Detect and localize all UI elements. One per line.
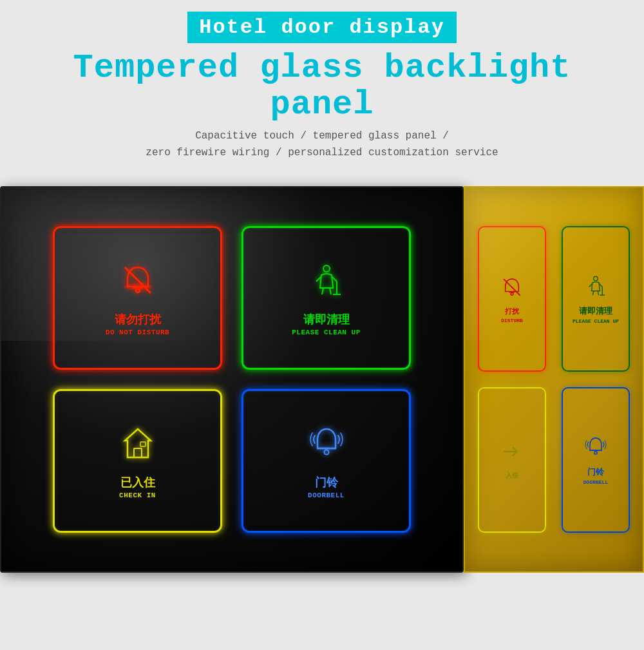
svg-point-27	[594, 452, 598, 455]
gold-dnd-chinese: 打扰	[505, 307, 519, 316]
svg-rect-12	[140, 442, 146, 446]
checkin-english: CHECK IN	[119, 492, 156, 499]
svg-point-4	[323, 265, 330, 272]
black-panel-grid: 请勿打扰 DO NOT DISTURB	[1, 187, 462, 571]
svg-point-14	[324, 450, 328, 454]
gold-clean-english: PLEASE CLEAN UP	[573, 318, 619, 324]
gold-dnd-icon	[500, 276, 524, 304]
gold-panel: 打扰 DISTURB 请即清理	[464, 186, 644, 573]
title-badge: Hotel door display	[187, 12, 457, 43]
gold-checkin-chinese: 入住	[506, 471, 518, 480]
checkin-chinese: 已入住	[120, 475, 155, 490]
dnd-button[interactable]: 请勿打扰 DO NOT DISTURB	[53, 226, 222, 370]
gold-checkin-icon	[500, 440, 524, 468]
svg-point-2	[136, 289, 140, 292]
svg-rect-11	[134, 448, 142, 457]
checkin-button[interactable]: 已入住 CHECK IN	[53, 389, 222, 533]
svg-line-24	[598, 291, 598, 295]
dnd-chinese: 请勿打扰	[115, 312, 161, 327]
doorbell-icon	[308, 425, 345, 470]
gold-doorbell-icon	[584, 435, 607, 464]
gold-dnd-english: DISTURB	[501, 318, 523, 323]
clean-chinese: 请即清理	[303, 312, 350, 327]
gold-checkin-button[interactable]: 入住	[478, 387, 546, 533]
clean-button[interactable]: 请即清理 PLEASE CLEAN UP	[242, 226, 411, 370]
black-panel: 请勿打扰 DO NOT DISTURB	[0, 186, 464, 573]
gold-clean-button[interactable]: 请即清理 PLEASE CLEAN UP	[562, 226, 630, 372]
gold-doorbell-english: DOORBELL	[583, 479, 608, 485]
svg-point-18	[594, 276, 598, 280]
header-section: Hotel door display Tempered glass backli…	[0, 0, 644, 173]
clean-icon	[308, 262, 345, 307]
gold-doorbell-chinese: 门铃	[587, 466, 604, 478]
clean-english: PLEASE CLEAN UP	[292, 329, 361, 336]
dnd-icon	[120, 262, 156, 307]
doorbell-english: DOORBELL	[308, 492, 345, 499]
dnd-english: DO NOT DISTURB	[106, 329, 169, 336]
checkin-icon	[120, 425, 156, 470]
gold-clean-icon	[584, 274, 607, 303]
gold-doorbell-button[interactable]: 门铃 DOORBELL	[562, 387, 630, 533]
gold-panel-grid: 打扰 DISTURB 请即清理	[465, 187, 643, 571]
svg-line-23	[593, 291, 594, 295]
gold-dnd-button[interactable]: 打扰 DISTURB	[478, 226, 546, 372]
gold-clean-chinese: 请即清理	[579, 305, 612, 317]
doorbell-chinese: 门铃	[315, 475, 338, 490]
svg-point-16	[511, 292, 513, 295]
svg-line-9	[322, 288, 323, 294]
main-title: Tempered glass backlight panel	[13, 50, 631, 123]
subtitle: Capacitive touch / tempered glass panel …	[13, 128, 631, 161]
svg-line-10	[330, 288, 331, 294]
panels-container: 请勿打扰 DO NOT DISTURB	[0, 186, 644, 586]
doorbell-button[interactable]: 门铃 DOORBELL	[242, 389, 411, 533]
